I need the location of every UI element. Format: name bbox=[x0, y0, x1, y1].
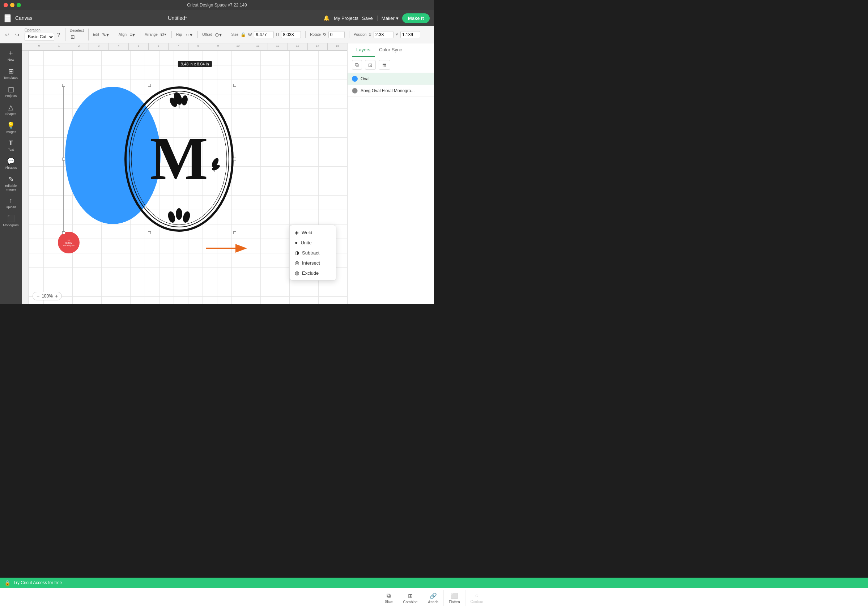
layer-item-oval[interactable]: Oval bbox=[347, 73, 434, 85]
rotate-input[interactable] bbox=[329, 31, 345, 38]
arrange-button[interactable]: ⧉▾ bbox=[160, 31, 167, 38]
offset-button[interactable]: ⊙▾ bbox=[214, 31, 222, 38]
group-layer-button[interactable]: ⊡ bbox=[365, 60, 376, 70]
sidebar-item-text[interactable]: T Text bbox=[2, 138, 20, 154]
ruler-mark: 5 bbox=[129, 43, 148, 51]
close-button[interactable] bbox=[4, 3, 8, 7]
sidebar-item-templates[interactable]: ⊞ Templates bbox=[2, 65, 20, 82]
canvas-area[interactable]: 0 1 2 3 4 5 6 7 8 9 10 11 12 13 14 15 bbox=[22, 43, 347, 304]
layer-color-monogram bbox=[352, 88, 358, 94]
ruler-horizontal: 0 1 2 3 4 5 6 7 8 9 10 11 12 13 14 15 bbox=[22, 43, 347, 51]
duplicate-layer-button[interactable]: ⧉ bbox=[352, 60, 362, 70]
x-input[interactable] bbox=[374, 31, 394, 38]
y-label: Y bbox=[396, 32, 398, 37]
sidebar-item-editable[interactable]: ✎ Editable Images bbox=[2, 173, 20, 193]
weld-option-subtract[interactable]: ◑ Subtract bbox=[290, 248, 336, 258]
ruler-mark: 14 bbox=[307, 43, 327, 51]
ruler-vertical bbox=[22, 51, 29, 304]
sidebar-item-monogram[interactable]: ⬛ Monogram bbox=[2, 212, 20, 229]
ruler-mark: 15 bbox=[327, 43, 347, 51]
selection-handle-tl[interactable] bbox=[62, 84, 65, 87]
redo-button[interactable]: ↪ bbox=[14, 31, 20, 38]
layer-item-monogram[interactable]: Sovg Oval Floral Monogra... bbox=[347, 85, 434, 97]
tab-layers[interactable]: Layers bbox=[352, 43, 375, 57]
layer-color-oval bbox=[352, 76, 358, 82]
x-label: X bbox=[369, 32, 371, 37]
upload-icon: ↑ bbox=[9, 197, 12, 204]
ruler-mark: 0 bbox=[29, 43, 49, 51]
make-it-button[interactable]: Make It bbox=[402, 13, 430, 23]
selection-handle-bl[interactable] bbox=[62, 231, 65, 234]
zoom-value: 100% bbox=[42, 294, 53, 299]
main-toolbar: ↩ ↪ Operation Basic Cut ? Deselect ⊡ Edi… bbox=[0, 26, 434, 43]
tab-color-sync[interactable]: Color Sync bbox=[375, 43, 406, 57]
selection-handle-br[interactable] bbox=[233, 231, 236, 234]
selection-handle-lm[interactable] bbox=[62, 158, 65, 161]
sidebar-item-label-text: Text bbox=[8, 148, 14, 152]
monogram-icon: ⬛ bbox=[7, 215, 15, 223]
selection-handle-tm[interactable] bbox=[148, 84, 151, 87]
maker-selector[interactable]: Maker ▾ bbox=[381, 15, 398, 21]
width-input[interactable]: 9.477 bbox=[254, 31, 274, 38]
app-header: ☰ Canvas Untitled* 🔔 My Projects Save | … bbox=[0, 10, 434, 26]
selection-handle-tr[interactable] bbox=[233, 84, 236, 87]
sidebar-item-new[interactable]: ＋ New bbox=[2, 46, 20, 63]
zoom-in-button[interactable]: + bbox=[55, 293, 58, 299]
panel-actions: ⧉ ⊡ 🗑 bbox=[347, 57, 434, 73]
selection-box[interactable] bbox=[63, 85, 235, 233]
edit-label: Edit bbox=[93, 32, 99, 37]
notifications-button[interactable]: 🔔 bbox=[322, 14, 330, 22]
selection-handle-bm[interactable] bbox=[148, 231, 151, 234]
delete-layer-button[interactable]: 🗑 bbox=[379, 60, 390, 70]
zoom-out-button[interactable]: − bbox=[37, 293, 39, 299]
unite-label: Unite bbox=[301, 240, 312, 246]
flip-label: Flip bbox=[176, 32, 182, 37]
sidebar-item-phrases[interactable]: 💬 Phrases bbox=[2, 155, 20, 172]
sidebar-item-label-images: Images bbox=[5, 130, 16, 134]
watermark-text: sofontsyfont design co bbox=[63, 239, 74, 246]
watermark: sofontsyfont design co bbox=[58, 232, 79, 254]
images-icon: 💡 bbox=[7, 121, 15, 129]
operation-select[interactable]: Basic Cut bbox=[25, 33, 54, 41]
size-label: Size bbox=[231, 32, 238, 37]
sidebar-item-images[interactable]: 💡 Images bbox=[2, 119, 20, 136]
height-input[interactable]: 8.038 bbox=[281, 31, 301, 38]
sidebar-item-label-projects: Projects bbox=[5, 94, 17, 97]
right-panel: Layers Color Sync ⧉ ⊡ 🗑 Oval Sovg Oval F… bbox=[347, 43, 434, 304]
my-projects-button[interactable]: My Projects bbox=[334, 15, 358, 21]
sidebar-item-projects[interactable]: ◫ Projects bbox=[2, 83, 20, 100]
undo-button[interactable]: ↩ bbox=[4, 31, 10, 38]
left-sidebar: ＋ New ⊞ Templates ◫ Projects △ Shapes 💡 … bbox=[0, 43, 22, 304]
rotate-label: Rotate bbox=[310, 32, 321, 37]
minimize-button[interactable] bbox=[10, 3, 14, 7]
save-button[interactable]: Save bbox=[362, 15, 373, 21]
align-button[interactable]: ≡▾ bbox=[129, 31, 136, 38]
sidebar-item-label-upload: Upload bbox=[6, 205, 16, 209]
weld-option-intersect[interactable]: ◎ Intersect bbox=[290, 258, 336, 268]
maximize-button[interactable] bbox=[17, 3, 21, 7]
subtract-icon: ◑ bbox=[295, 250, 299, 255]
weld-dropdown: ◈ Weld ● Unite ◑ Subtract ◎ Intersect ◍ … bbox=[289, 225, 336, 280]
selection-handle-rm[interactable] bbox=[233, 158, 236, 161]
operation-help[interactable]: ? bbox=[56, 31, 61, 38]
subtract-label: Subtract bbox=[302, 250, 319, 255]
offset-label: Offset bbox=[202, 32, 212, 37]
edit-button[interactable]: ✎▾ bbox=[101, 31, 110, 38]
shapes-icon: △ bbox=[8, 104, 13, 111]
projects-icon: ◫ bbox=[8, 85, 14, 93]
sidebar-item-upload[interactable]: ↑ Upload bbox=[2, 195, 20, 211]
panel-tabs: Layers Color Sync bbox=[347, 43, 434, 57]
weld-option-unite[interactable]: ● Unite bbox=[290, 237, 336, 248]
weld-option-exclude[interactable]: ◍ Exclude bbox=[290, 268, 336, 278]
deselect-button[interactable]: ⊡ bbox=[70, 33, 76, 40]
sidebar-item-shapes[interactable]: △ Shapes bbox=[2, 101, 20, 118]
title-bar: Cricut Design Space v7.22.149 bbox=[0, 0, 434, 10]
menu-button[interactable]: ☰ bbox=[4, 14, 11, 22]
new-icon: ＋ bbox=[8, 48, 14, 57]
flip-button[interactable]: ↔▾ bbox=[184, 31, 193, 38]
sidebar-item-label-phrases: Phrases bbox=[5, 166, 17, 170]
y-input[interactable] bbox=[400, 31, 420, 38]
layer-name-monogram: Sovg Oval Floral Monogra... bbox=[361, 88, 430, 93]
ruler-mark: 12 bbox=[268, 43, 288, 51]
weld-option-weld[interactable]: ◈ Weld bbox=[290, 227, 336, 237]
